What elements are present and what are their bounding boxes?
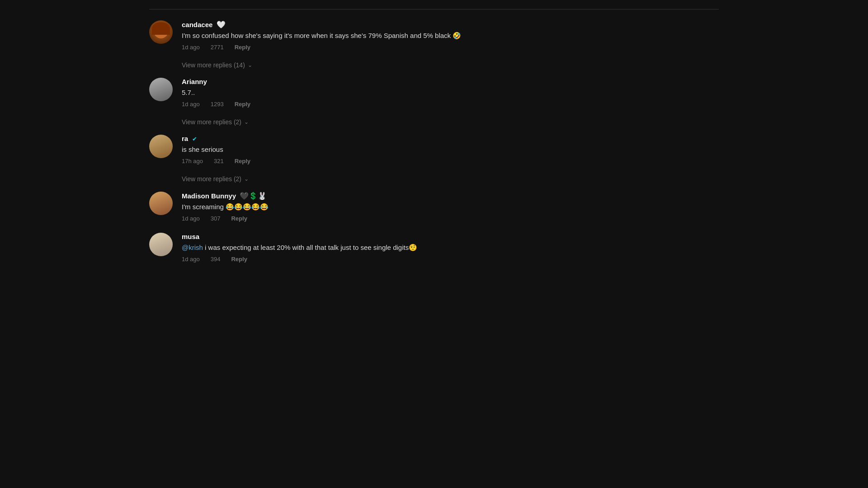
comment-time: 1d ago bbox=[182, 215, 200, 222]
comment-time: 1d ago bbox=[182, 101, 200, 108]
chevron-down-icon: ⌄ bbox=[248, 62, 252, 68]
comment-header: ra ✔ bbox=[182, 135, 719, 143]
comment-time: 17h ago bbox=[182, 158, 203, 164]
top-divider bbox=[149, 9, 719, 9]
comment-meta: 1d ago 2771 Reply bbox=[182, 44, 719, 51]
comment-item: Madison Bunnyy 🖤💲🐰 I'm screaming 😂😂😂😂😂 1… bbox=[140, 192, 728, 222]
comment-content: Arianny 5.7.. 1d ago 1293 Reply bbox=[182, 78, 719, 108]
reply-button[interactable]: Reply bbox=[231, 215, 247, 222]
comment-item: Arianny 5.7.. 1d ago 1293 Reply bbox=[140, 78, 728, 108]
comment-meta: 1d ago 1293 Reply bbox=[182, 101, 719, 108]
comment-meta: 17h ago 321 Reply bbox=[182, 158, 719, 164]
reply-button[interactable]: Reply bbox=[231, 256, 247, 263]
avatar-arianny bbox=[149, 78, 173, 101]
view-replies-ra[interactable]: View more replies (2) ⌄ bbox=[182, 175, 728, 183]
comment-username: musa bbox=[182, 233, 199, 240]
comment-text: I'm so confused how she's saying it's mo… bbox=[182, 31, 719, 40]
comment-username: Arianny bbox=[182, 78, 207, 85]
comment-likes: 394 bbox=[211, 256, 221, 263]
comment-content: ra ✔ is she serious 17h ago 321 Reply bbox=[182, 135, 719, 164]
comment-badge: 🖤💲🐰 bbox=[240, 192, 267, 200]
avatar-madison bbox=[149, 192, 173, 215]
view-replies-label: View more replies (2) bbox=[182, 175, 241, 183]
comment-text: 5.7.. bbox=[182, 88, 719, 97]
comment-likes: 2771 bbox=[211, 44, 224, 51]
view-replies-arianny[interactable]: View more replies (2) ⌄ bbox=[182, 118, 728, 126]
comment-content: candacee 🤍 I'm so confused how she's say… bbox=[182, 20, 719, 51]
comment-badge: 🤍 bbox=[217, 21, 226, 28]
comment-text: is she serious bbox=[182, 145, 719, 154]
comment-badge: ✔ bbox=[192, 136, 197, 142]
comment-username: ra bbox=[182, 135, 188, 142]
comment-item: musa @krish i was expecting at least 20%… bbox=[140, 233, 728, 263]
chevron-down-icon: ⌄ bbox=[244, 119, 249, 125]
comment-text-body: i was expecting at least 20% with all th… bbox=[205, 244, 417, 251]
comment-item: ra ✔ is she serious 17h ago 321 Reply bbox=[140, 135, 728, 164]
comment-time: 1d ago bbox=[182, 44, 200, 51]
comment-meta: 1d ago 394 Reply bbox=[182, 256, 719, 263]
comment-mention: @krish bbox=[182, 244, 203, 251]
comment-likes: 307 bbox=[211, 215, 221, 222]
comment-header: candacee 🤍 bbox=[182, 20, 719, 29]
avatar-candacee bbox=[149, 20, 173, 44]
comment-username: Madison Bunnyy bbox=[182, 192, 236, 200]
view-replies-candacee[interactable]: View more replies (14) ⌄ bbox=[182, 61, 728, 69]
reply-button[interactable]: Reply bbox=[235, 158, 250, 164]
comment-header: Madison Bunnyy 🖤💲🐰 bbox=[182, 192, 719, 200]
reply-button[interactable]: Reply bbox=[235, 101, 250, 108]
comment-meta: 1d ago 307 Reply bbox=[182, 215, 719, 222]
avatar-musa bbox=[149, 233, 173, 256]
comment-username: candacee bbox=[182, 21, 212, 28]
comment-content: musa @krish i was expecting at least 20%… bbox=[182, 233, 719, 263]
comment-item: candacee 🤍 I'm so confused how she's say… bbox=[140, 20, 728, 51]
comment-header: Arianny bbox=[182, 78, 719, 86]
chevron-down-icon: ⌄ bbox=[244, 176, 249, 182]
comment-text: @krish i was expecting at least 20% with… bbox=[182, 243, 719, 252]
view-replies-label: View more replies (2) bbox=[182, 118, 241, 126]
comment-text: I'm screaming 😂😂😂😂😂 bbox=[182, 202, 719, 211]
comment-content: Madison Bunnyy 🖤💲🐰 I'm screaming 😂😂😂😂😂 1… bbox=[182, 192, 719, 222]
comment-likes: 1293 bbox=[211, 101, 224, 108]
comment-time: 1d ago bbox=[182, 256, 200, 263]
comments-section: candacee 🤍 I'm so confused how she's say… bbox=[140, 0, 728, 282]
avatar-ra bbox=[149, 135, 173, 158]
comment-header: musa bbox=[182, 233, 719, 241]
reply-button[interactable]: Reply bbox=[235, 44, 250, 51]
view-replies-label: View more replies (14) bbox=[182, 61, 245, 69]
comment-likes: 321 bbox=[214, 158, 224, 164]
